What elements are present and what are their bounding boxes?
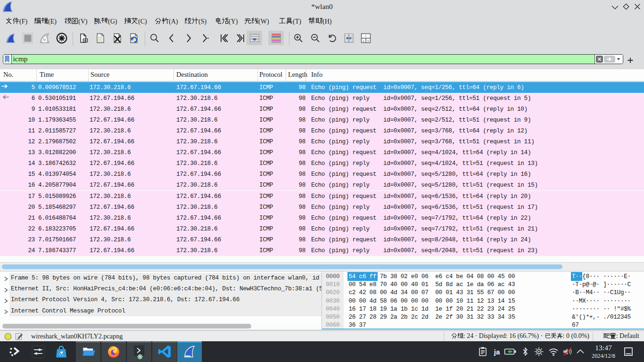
svg-text:0101: 0101 — [98, 40, 103, 42]
svg-text:1: 1 — [365, 34, 366, 37]
svg-text:3: 3 — [367, 39, 369, 42]
svg-text:2: 2 — [363, 39, 364, 42]
